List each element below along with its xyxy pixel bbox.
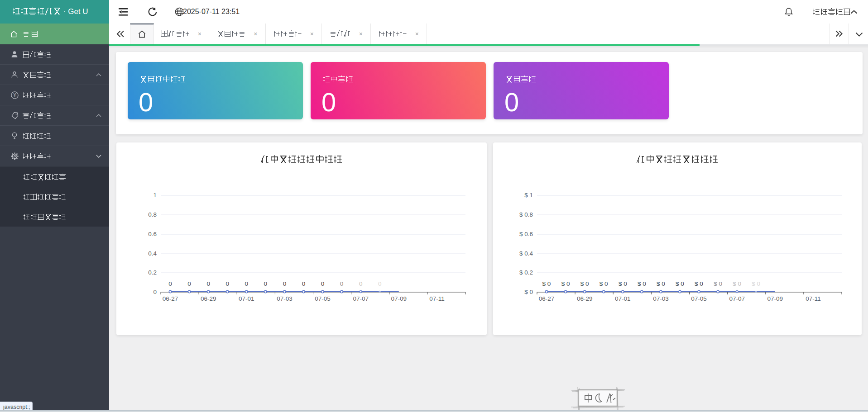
- svg-text:$ 0: $ 0: [676, 280, 684, 287]
- svg-text:0: 0: [153, 289, 157, 295]
- svg-text:0: 0: [321, 280, 325, 287]
- svg-text:$ 0: $ 0: [524, 289, 533, 295]
- svg-text:$ 0: $ 0: [714, 280, 722, 287]
- svg-text:0.6: 0.6: [148, 231, 157, 237]
- svg-text:07-05: 07-05: [315, 295, 331, 302]
- svg-text:07-05: 07-05: [691, 295, 707, 302]
- svg-text:$ 0: $ 0: [561, 280, 570, 287]
- svg-text:07-09: 07-09: [391, 295, 407, 302]
- svg-text:07-07: 07-07: [353, 295, 369, 302]
- svg-text:$ 0: $ 0: [752, 280, 760, 287]
- svg-text:0: 0: [187, 280, 191, 287]
- svg-text:0: 0: [206, 280, 210, 287]
- svg-text:06-27: 06-27: [539, 295, 555, 302]
- svg-text:$ 0: $ 0: [542, 280, 551, 287]
- svg-text:0: 0: [359, 280, 363, 287]
- svg-text:0: 0: [340, 280, 344, 287]
- svg-text:$ 0: $ 0: [695, 280, 703, 287]
- svg-text:$ 0.6: $ 0.6: [519, 231, 533, 237]
- svg-text:06-29: 06-29: [577, 295, 593, 302]
- svg-text:07-03: 07-03: [653, 295, 669, 302]
- svg-text:¥: ¥: [13, 92, 16, 98]
- svg-text:07-11: 07-11: [429, 295, 445, 302]
- svg-text:07-11: 07-11: [806, 295, 821, 302]
- svg-text:0: 0: [245, 280, 249, 287]
- svg-text:0: 0: [283, 280, 287, 287]
- svg-text:$ 0: $ 0: [657, 280, 665, 287]
- svg-text:0: 0: [225, 280, 229, 287]
- svg-text:07-09: 07-09: [767, 295, 783, 302]
- svg-text:07-07: 07-07: [729, 295, 745, 302]
- svg-text:$ 0: $ 0: [619, 280, 627, 287]
- svg-text:07-01: 07-01: [615, 295, 631, 302]
- svg-text:$ 0: $ 0: [599, 280, 608, 287]
- svg-text:$ 0: $ 0: [733, 280, 741, 287]
- svg-text:$ 0.8: $ 0.8: [519, 211, 533, 218]
- svg-text:06-27: 06-27: [163, 295, 178, 302]
- svg-text:0.4: 0.4: [148, 250, 157, 257]
- svg-text:0: 0: [264, 280, 268, 287]
- svg-text:$ 1: $ 1: [524, 192, 533, 199]
- svg-text:0.2: 0.2: [148, 269, 157, 276]
- svg-text:0: 0: [302, 280, 306, 287]
- svg-text:0: 0: [168, 280, 172, 287]
- svg-text:06-29: 06-29: [201, 295, 216, 302]
- svg-text:07-01: 07-01: [239, 295, 254, 302]
- svg-text:0: 0: [378, 280, 382, 287]
- svg-text:$ 0.4: $ 0.4: [519, 250, 533, 257]
- svg-text:$ 0.2: $ 0.2: [519, 269, 533, 276]
- svg-text:$ 0: $ 0: [638, 280, 646, 287]
- svg-text:0.8: 0.8: [148, 211, 157, 218]
- svg-text:$ 0: $ 0: [580, 280, 589, 287]
- svg-text:07-03: 07-03: [277, 295, 293, 302]
- svg-text:1: 1: [153, 192, 157, 199]
